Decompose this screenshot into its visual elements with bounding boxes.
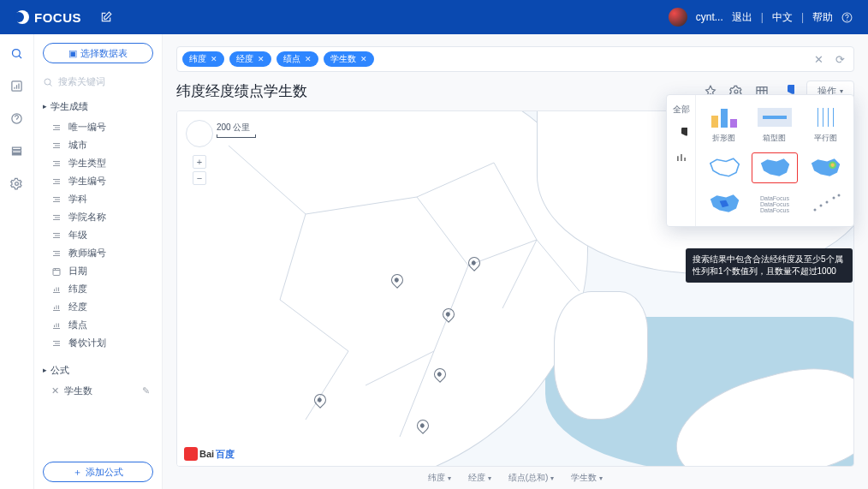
svg-rect-6 bbox=[13, 150, 21, 152]
svg-point-19 bbox=[838, 194, 841, 197]
avatar[interactable] bbox=[669, 8, 687, 27]
svg-point-14 bbox=[831, 164, 835, 167]
svg-point-11 bbox=[734, 90, 738, 93]
field-item[interactable]: 教师编号 bbox=[43, 244, 153, 262]
axis-score[interactable]: 绩点(总和)▾ bbox=[508, 472, 555, 484]
header-right: cynt... 退出 | 中文 | 帮助 bbox=[669, 8, 853, 27]
sidebar: ▣选择数据表 搜索关键词 ▸学生成绩 唯一编号 城市 学生类型 学生编号 学科 … bbox=[34, 34, 163, 489]
brand-logo: FOCUS bbox=[15, 10, 81, 25]
baidu-paw-icon bbox=[184, 447, 198, 461]
panel-side: 全部 bbox=[667, 95, 696, 226]
zoom-in-button[interactable]: + bbox=[193, 155, 206, 169]
field-item[interactable]: 纬度 bbox=[43, 280, 153, 298]
search-icon[interactable] bbox=[10, 46, 24, 60]
tag-close-icon[interactable]: ✕ bbox=[305, 55, 312, 63]
axis-lng[interactable]: 经度▾ bbox=[468, 472, 491, 484]
gear-icon[interactable] bbox=[10, 176, 24, 190]
help-icon[interactable] bbox=[841, 12, 853, 23]
svg-point-9 bbox=[45, 79, 51, 85]
map-scale: 200 公里 bbox=[217, 122, 256, 138]
panel-tab-bars-icon[interactable] bbox=[675, 152, 687, 164]
field-item[interactable]: 唯一编号 bbox=[43, 118, 153, 136]
panel-tab-pie-icon[interactable] bbox=[675, 128, 687, 140]
axis-labels: 纬度▾ 经度▾ 绩点(总和)▾ 学生数▾ bbox=[163, 467, 868, 489]
query-tag[interactable]: 学生数✕ bbox=[324, 51, 374, 67]
svg-rect-10 bbox=[53, 268, 60, 275]
formula-item[interactable]: ✕学生数 ✎ bbox=[43, 382, 153, 400]
chart-icon[interactable] bbox=[10, 79, 24, 92]
chart-type-map-heat[interactable] bbox=[803, 152, 848, 183]
clear-icon[interactable]: ✕ bbox=[814, 53, 823, 66]
tag-close-icon[interactable]: ✕ bbox=[360, 55, 367, 63]
field-list: 唯一编号 城市 学生类型 学生编号 学科 学院名称 年级 教师编号 日期 纬度 … bbox=[43, 118, 153, 352]
svg-point-17 bbox=[826, 201, 829, 204]
refresh-icon[interactable]: ⟳ bbox=[835, 53, 845, 66]
edit-icon[interactable] bbox=[100, 11, 112, 23]
pan-control[interactable] bbox=[186, 120, 213, 147]
select-table-button[interactable]: ▣选择数据表 bbox=[43, 43, 153, 63]
svg-point-16 bbox=[820, 205, 823, 207]
section-student[interactable]: ▸学生成绩 bbox=[43, 100, 153, 113]
panel-tab-all[interactable]: 全部 bbox=[673, 104, 690, 116]
map-zoom-controls: + − bbox=[186, 120, 213, 185]
svg-point-1 bbox=[847, 20, 847, 21]
help-link[interactable]: 帮助 bbox=[812, 10, 833, 25]
app-header: FOCUS cynt... 退出 | 中文 | 帮助 bbox=[0, 0, 868, 34]
axis-lat[interactable]: 纬度▾ bbox=[428, 472, 451, 484]
svg-rect-5 bbox=[13, 147, 21, 150]
svg-point-18 bbox=[833, 197, 835, 200]
info-icon[interactable] bbox=[10, 111, 24, 125]
tag-close-icon[interactable]: ✕ bbox=[258, 55, 265, 63]
field-item[interactable]: 年级 bbox=[43, 226, 153, 244]
chart-type-map-outline[interactable] bbox=[701, 152, 746, 183]
chart-type-datafocus[interactable]: DataFocusDataFocusDataFocus bbox=[752, 188, 797, 219]
chart-type-box[interactable]: 箱型图 bbox=[752, 102, 797, 147]
logout-link[interactable]: 退出 bbox=[732, 10, 752, 25]
query-bar[interactable]: 纬度✕ 经度✕ 绩点✕ 学生数✕ ✕ ⟳ bbox=[176, 46, 854, 72]
sidebar-search[interactable]: 搜索关键词 bbox=[43, 75, 153, 88]
field-item[interactable]: 绩点 bbox=[43, 316, 153, 334]
zoom-out-button[interactable]: − bbox=[193, 171, 206, 185]
field-item[interactable]: 餐饮计划 bbox=[43, 334, 153, 352]
field-item[interactable]: 学生类型 bbox=[43, 154, 153, 172]
chart-type-bar[interactable]: 折形图 bbox=[701, 102, 746, 147]
add-formula-button[interactable]: ＋添加公式 bbox=[43, 462, 153, 482]
axis-count[interactable]: 学生数▾ bbox=[571, 472, 603, 484]
field-item[interactable]: 城市 bbox=[43, 136, 153, 154]
list-icon[interactable] bbox=[10, 144, 24, 158]
moon-icon bbox=[15, 10, 29, 24]
main-area: 纬度✕ 经度✕ 绩点✕ 学生数✕ ✕ ⟳ 纬度经度绩点学生数 操作▾ bbox=[163, 34, 868, 489]
chart-type-map-filled[interactable] bbox=[752, 152, 797, 183]
svg-point-15 bbox=[814, 209, 817, 212]
chart-type-scatter[interactable] bbox=[803, 188, 848, 219]
chart-tooltip: 搜索结果中包含合法经纬度及至少5个属性列和1个数值列，且数量不超过1000 bbox=[686, 248, 853, 283]
icon-rail bbox=[0, 34, 34, 489]
section-formula[interactable]: ▸公式 bbox=[43, 364, 153, 377]
search-placeholder: 搜索关键词 bbox=[58, 75, 105, 88]
field-item[interactable]: 日期 bbox=[43, 262, 153, 280]
formula-edit-icon[interactable]: ✎ bbox=[142, 385, 150, 397]
chart-type-map-region[interactable] bbox=[701, 188, 746, 219]
svg-rect-7 bbox=[13, 153, 21, 154]
query-tag[interactable]: 纬度✕ bbox=[182, 51, 224, 67]
svg-point-2 bbox=[13, 49, 21, 57]
field-item[interactable]: 学院名称 bbox=[43, 208, 153, 226]
map-attribution: Bai百度 bbox=[184, 447, 235, 461]
username[interactable]: cynt... bbox=[696, 11, 723, 23]
chart-type-panel: 全部 折形图 箱型图 平行图 DataFocusDataFocusDataFoc… bbox=[666, 94, 854, 227]
query-tag[interactable]: 绩点✕ bbox=[276, 51, 318, 67]
field-item[interactable]: 学科 bbox=[43, 190, 153, 208]
brand-text: FOCUS bbox=[34, 10, 81, 25]
lang-link[interactable]: 中文 bbox=[772, 10, 793, 25]
page-title: 纬度经度绩点学生数 bbox=[176, 81, 307, 101]
tag-close-icon[interactable]: ✕ bbox=[211, 55, 217, 63]
query-tag[interactable]: 经度✕ bbox=[229, 51, 271, 67]
svg-point-8 bbox=[15, 182, 19, 185]
field-item[interactable]: 经度 bbox=[43, 298, 153, 316]
field-item[interactable]: 学生编号 bbox=[43, 172, 153, 190]
chart-type-parallel[interactable]: 平行图 bbox=[803, 102, 848, 147]
